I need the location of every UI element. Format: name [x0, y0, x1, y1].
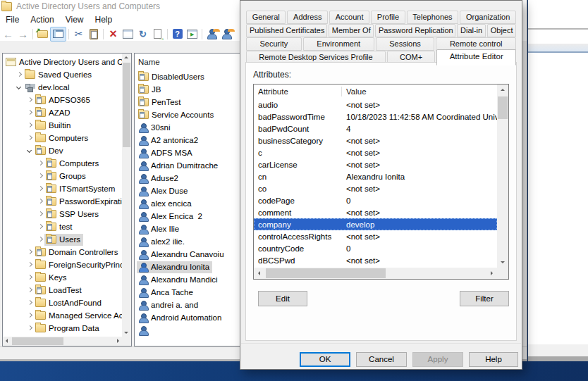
- list-item[interactable]: Adrian Dumitrache: [135, 159, 242, 172]
- attribute-row-co[interactable]: co<not set>: [254, 182, 497, 194]
- chevron-collapsed-icon[interactable]: [36, 159, 44, 168]
- list-item[interactable]: Alex Ilie: [135, 223, 242, 235]
- scroll-up-icon[interactable]: [124, 56, 128, 58]
- chevron-collapsed-icon[interactable]: [36, 197, 44, 206]
- chevron-expanded-icon[interactable]: [25, 146, 34, 155]
- attribute-row-businesscategory[interactable]: businessCategory<not set>: [254, 135, 497, 146]
- tree-item-active-directory-users-and-c[interactable]: Active Directory Users and C: [3, 56, 122, 68]
- scroll-down-icon[interactable]: [124, 332, 128, 334]
- new-group-icon[interactable]: [219, 27, 234, 41]
- attribute-row-audio[interactable]: audio<not set>: [254, 99, 497, 111]
- attribute-row-dbcspwd[interactable]: dBCSPwd<not set>: [254, 254, 497, 266]
- attribute-column-header[interactable]: Attribute: [254, 87, 342, 96]
- attribute-row-cn[interactable]: cnAlexandru Ionita: [254, 170, 497, 182]
- chevron-collapsed-icon[interactable]: [25, 273, 34, 282]
- tab-general[interactable]: General: [246, 11, 286, 24]
- tab-environment[interactable]: Environment: [303, 37, 374, 51]
- filter-button[interactable]: Filter: [460, 291, 509, 306]
- tree-item-azad[interactable]: AZAD: [3, 106, 122, 119]
- list-item[interactable]: Service Accounts: [135, 108, 242, 121]
- help-icon[interactable]: [170, 27, 185, 41]
- attribute-row-comment[interactable]: comment<not set>: [254, 206, 497, 218]
- chevron-collapsed-icon[interactable]: [36, 235, 44, 244]
- tree-item-domain-controllers[interactable]: Domain Controllers: [3, 246, 122, 258]
- tree-item-saved-queries[interactable]: Saved Queries: [3, 68, 122, 81]
- chevron-collapsed-icon[interactable]: [36, 172, 44, 180]
- cut-icon[interactable]: [71, 27, 86, 41]
- tab-address[interactable]: Address: [287, 11, 328, 24]
- tab-dial-in[interactable]: Dial-in: [457, 24, 486, 37]
- cancel-button[interactable]: Cancel: [356, 352, 407, 367]
- chevron-collapsed-icon[interactable]: [36, 210, 44, 218]
- up-level-icon[interactable]: [35, 27, 50, 41]
- tree-item-users[interactable]: Users: [3, 233, 122, 246]
- list-item[interactable]: Anca Tache: [135, 286, 242, 299]
- properties-list-icon[interactable]: [121, 27, 135, 41]
- tree-item-computers[interactable]: Computers: [3, 157, 122, 170]
- scroll-down-icon[interactable]: [501, 261, 505, 263]
- list-item[interactable]: alex encica: [135, 197, 242, 210]
- edit-button[interactable]: Edit: [258, 291, 307, 306]
- list-item[interactable]: Aduse2: [135, 172, 242, 185]
- tree-item-managed-service-acc[interactable]: Managed Service Acc: [3, 309, 122, 322]
- new-user-icon[interactable]: [204, 27, 219, 41]
- list-item[interactable]: A2 antonica2: [135, 134, 242, 146]
- scroll-left-icon[interactable]: [258, 271, 260, 275]
- list-item[interactable]: andrei a. and: [135, 299, 242, 311]
- tab-password-replication[interactable]: Password Replication: [375, 24, 455, 37]
- attribute-row-codepage[interactable]: codePage0: [254, 194, 497, 206]
- chevron-collapsed-icon[interactable]: [36, 185, 44, 193]
- attribute-row-company[interactable]: companydevelop: [254, 218, 497, 230]
- tree-item-builtin[interactable]: Builtin: [3, 119, 122, 132]
- attribute-row-badpwdcount[interactable]: badPwdCount4: [254, 123, 497, 135]
- attribute-row-badpasswordtime[interactable]: badPasswordTime10/18/2023 11:42:58 AM Co…: [254, 111, 497, 123]
- list-item[interactable]: [135, 324, 242, 337]
- list-item[interactable]: Alexandru Ionita: [135, 261, 242, 273]
- tab-organization[interactable]: Organization: [460, 11, 516, 24]
- chevron-collapsed-icon[interactable]: [25, 311, 34, 320]
- scroll-right-icon[interactable]: [117, 339, 119, 343]
- tree-item-loadtest[interactable]: LoadTest: [3, 284, 122, 296]
- attribute-row-countrycode[interactable]: countryCode0: [254, 242, 497, 254]
- chevron-collapsed-icon[interactable]: [25, 286, 34, 294]
- list-item[interactable]: alex2 ilie.: [135, 235, 242, 248]
- attribute-row-carlicense[interactable]: carLicense<not set>: [254, 158, 497, 170]
- export-list-icon[interactable]: [150, 27, 165, 41]
- list-column-header-name[interactable]: Name: [135, 54, 242, 70]
- list-item[interactable]: Android Automation: [135, 311, 242, 324]
- scroll-up-icon[interactable]: [501, 89, 505, 91]
- value-column-header[interactable]: Value: [342, 87, 367, 96]
- help-button[interactable]: Help: [469, 352, 518, 367]
- show-console-tree-icon[interactable]: [50, 27, 66, 42]
- tree-item-keys[interactable]: Keys: [3, 271, 122, 284]
- tree-item-passwordexpiratic[interactable]: PasswordExpiratic: [3, 195, 122, 208]
- chevron-collapsed-icon[interactable]: [25, 324, 34, 332]
- tree-horizontal-scrollbar[interactable]: [3, 337, 122, 346]
- chevron-collapsed-icon[interactable]: [36, 223, 44, 231]
- list-item[interactable]: DisabledUsers: [135, 70, 242, 83]
- tree-item-groups[interactable]: Groups: [3, 170, 122, 182]
- chevron-expanded-icon[interactable]: [15, 83, 23, 92]
- tree-item-ssp-users[interactable]: SSP Users: [3, 208, 122, 220]
- forward-icon[interactable]: [16, 27, 30, 41]
- list-item[interactable]: PenTest: [135, 96, 242, 108]
- menu-help[interactable]: Help: [90, 13, 118, 27]
- tab-sessions[interactable]: Sessions: [376, 37, 435, 51]
- menu-view[interactable]: View: [60, 13, 90, 27]
- list-item[interactable]: Alex Encica 2: [135, 210, 242, 223]
- tab-profile[interactable]: Profile: [371, 11, 405, 24]
- chevron-collapsed-icon[interactable]: [25, 261, 34, 269]
- list-item[interactable]: 30sni: [135, 121, 242, 134]
- scrollbar-thumb[interactable]: [498, 96, 508, 119]
- menu-action[interactable]: Action: [25, 13, 59, 27]
- attributes-horizontal-scrollbar[interactable]: [254, 268, 497, 279]
- ok-button[interactable]: OK: [300, 352, 350, 367]
- chevron-collapsed-icon[interactable]: [25, 108, 34, 117]
- tree-item-foreignsecurityprinci[interactable]: ForeignSecurityPrinci: [3, 258, 122, 271]
- tree-item-itsmartsystem[interactable]: ITSmartSystem: [3, 182, 122, 195]
- scrollbar-thumb[interactable]: [12, 337, 63, 345]
- chevron-collapsed-icon[interactable]: [25, 299, 34, 307]
- tree-item-lostandfound[interactable]: LostAndFound: [3, 296, 122, 309]
- tree-item-program-data[interactable]: Program Data: [3, 322, 122, 335]
- attributes-column-headers[interactable]: Attribute Value: [254, 85, 497, 99]
